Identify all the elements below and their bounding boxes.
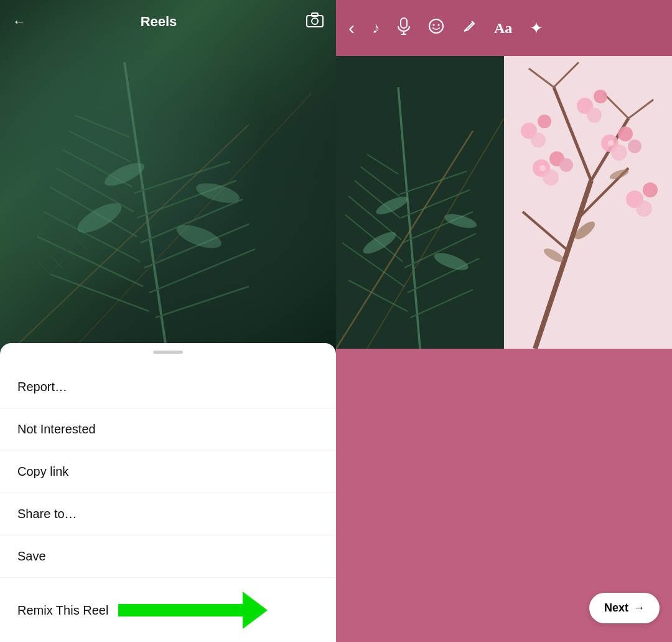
svg-line-19 [75, 238, 87, 249]
svg-line-2 [37, 237, 143, 286]
blossom-image [504, 56, 672, 349]
svg-point-34 [438, 24, 440, 26]
svg-point-33 [433, 24, 435, 26]
right-panel: ‹ ♪ Aa ✦ [336, 0, 672, 642]
arrow-right-icon: → [633, 602, 645, 615]
fern-background [0, 0, 336, 361]
green-arrow-indicator [118, 592, 268, 629]
svg-line-9 [156, 286, 249, 318]
svg-line-17 [50, 255, 62, 268]
face-icon[interactable] [428, 18, 444, 38]
svg-rect-26 [307, 16, 323, 27]
svg-rect-28 [312, 13, 318, 16]
pen-icon[interactable] [462, 19, 477, 37]
svg-point-27 [312, 18, 318, 24]
svg-line-1 [50, 274, 149, 311]
back-button[interactable]: ← [12, 14, 26, 30]
copy-link-item[interactable]: Copy link [0, 451, 336, 493]
fern-image [336, 56, 504, 349]
remix-item[interactable]: Remix This Reel [0, 578, 336, 642]
bottom-sheet: Report… Not Interested Copy link Share t… [0, 343, 336, 642]
right-toolbar: ‹ ♪ Aa ✦ [336, 0, 672, 56]
camera-icon[interactable] [306, 12, 324, 31]
svg-rect-88 [504, 56, 672, 349]
left-header: ← Reels [0, 0, 336, 44]
svg-point-22 [73, 197, 126, 238]
svg-line-18 [62, 246, 75, 258]
svg-rect-29 [401, 18, 407, 28]
sparkle-icon[interactable]: ✦ [530, 19, 543, 38]
back-icon[interactable]: ‹ [348, 17, 355, 39]
arrow-head [243, 592, 268, 629]
reels-title: Reels [36, 14, 281, 30]
svg-line-8 [75, 115, 129, 137]
report-item[interactable]: Report… [0, 366, 336, 408]
mic-icon[interactable] [397, 17, 411, 39]
image-row [336, 56, 672, 349]
music-icon[interactable]: ♪ [372, 19, 380, 37]
text-icon[interactable]: Aa [494, 20, 512, 37]
arrow-body [118, 604, 243, 616]
share-to-item[interactable]: Share to… [0, 493, 336, 536]
svg-line-10 [149, 249, 255, 293]
not-interested-item[interactable]: Not Interested [0, 408, 336, 451]
svg-line-15 [37, 262, 50, 274]
left-background [0, 0, 336, 361]
left-panel: ← Reels Report… Not Interested Copy link… [0, 0, 336, 642]
content-area [336, 56, 672, 642]
svg-line-16 [50, 262, 62, 274]
sheet-handle [153, 351, 183, 354]
next-button[interactable]: Next → [589, 593, 660, 623]
svg-point-32 [429, 19, 443, 33]
svg-rect-35 [336, 56, 504, 349]
save-item[interactable]: Save [0, 536, 336, 578]
